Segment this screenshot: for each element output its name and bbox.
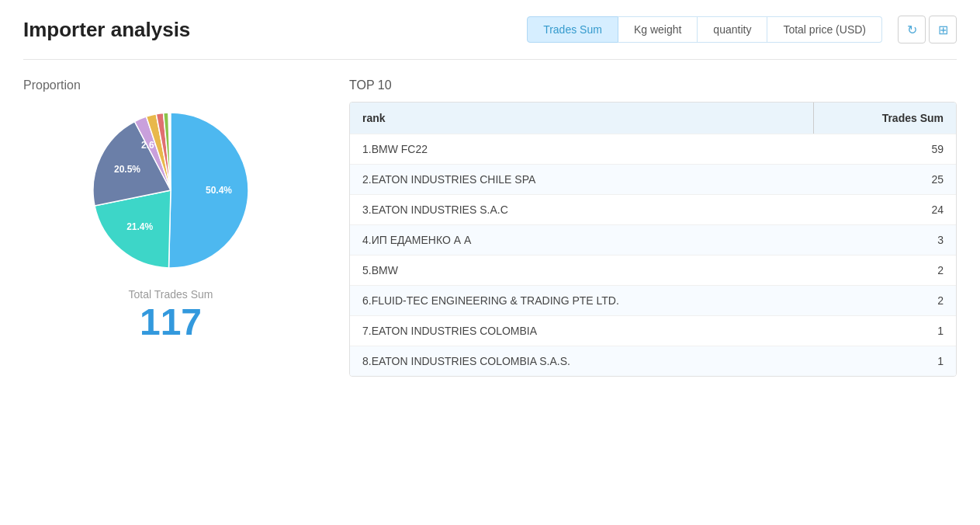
table-icon: ⊞ <box>938 23 948 37</box>
table-row: 8.EATON INDUSTRIES COLOMBIA S.A.S.1 <box>350 346 956 377</box>
proportion-label: Proportion <box>23 78 318 92</box>
value-cell: 3 <box>814 225 956 256</box>
table-view-button[interactable]: ⊞ <box>929 16 957 43</box>
pie-container: 50.4%21.4%20.5%2.6% Total Trades Sum 117 <box>23 105 318 343</box>
rank-cell: 1.BMW FC22 <box>350 134 813 165</box>
value-cell: 24 <box>814 195 956 225</box>
col-value: Trades Sum <box>814 103 956 134</box>
pie-total-label: Total Trades Sum <box>129 288 213 301</box>
top10-panel: TOP 10 rank Trades Sum 1.BMW FC22592.EAT… <box>349 78 957 377</box>
value-cell: 1 <box>814 346 956 377</box>
pie-total: Total Trades Sum 117 <box>129 288 213 343</box>
table-row: 3.EATON INDUSTRIES S.A.C24 <box>350 195 956 225</box>
proportion-panel: Proportion 50.4%21.4%20.5%2.6% Total Tra… <box>23 78 318 377</box>
value-cell: 1 <box>814 316 956 346</box>
pie-svg: 50.4%21.4%20.5%2.6% <box>85 105 256 276</box>
rank-cell: 8.EATON INDUSTRIES COLOMBIA S.A.S. <box>350 346 813 377</box>
pie-chart: 50.4%21.4%20.5%2.6% <box>85 105 256 276</box>
table-row: 7.EATON INDUSTRIES COLOMBIA1 <box>350 316 956 346</box>
tab-kg-weight[interactable]: Kg weight <box>618 16 698 43</box>
col-rank: rank <box>350 103 813 134</box>
refresh-button[interactable]: ↻ <box>898 16 926 43</box>
toolbar-icons: ↻ ⊞ <box>898 16 957 43</box>
value-cell: 59 <box>814 134 956 165</box>
tab-group: Trades Sum Kg weight quantity Total pric… <box>527 16 882 43</box>
rank-cell: 2.EATON INDUSTRIES CHILE SPA <box>350 165 813 195</box>
rank-cell: 4.ИП ЕДАМЕНКО А А <box>350 225 813 256</box>
tab-trades-sum[interactable]: Trades Sum <box>527 16 618 43</box>
svg-text:20.5%: 20.5% <box>114 164 140 175</box>
table-header-row: rank Trades Sum <box>350 103 956 134</box>
value-cell: 2 <box>814 286 956 316</box>
table-row: 4.ИП ЕДАМЕНКО А А3 <box>350 225 956 256</box>
tab-total-price[interactable]: Total price (USD) <box>767 16 882 43</box>
table-body: 1.BMW FC22592.EATON INDUSTRIES CHILE SPA… <box>350 134 956 377</box>
rank-cell: 6.FLUID-TEC ENGINEERING & TRADING PTE LT… <box>350 286 813 316</box>
main-content: Proportion 50.4%21.4%20.5%2.6% Total Tra… <box>23 78 957 377</box>
rank-cell: 5.BMW <box>350 256 813 286</box>
data-table: rank Trades Sum 1.BMW FC22592.EATON INDU… <box>350 103 956 376</box>
table-row: 1.BMW FC2259 <box>350 134 956 165</box>
table-wrapper: rank Trades Sum 1.BMW FC22592.EATON INDU… <box>349 102 957 377</box>
table-row: 6.FLUID-TEC ENGINEERING & TRADING PTE LT… <box>350 286 956 316</box>
value-cell: 2 <box>814 256 956 286</box>
header-divider <box>23 59 957 60</box>
tab-quantity[interactable]: quantity <box>698 16 767 43</box>
table-row: 2.EATON INDUSTRIES CHILE SPA25 <box>350 165 956 195</box>
pie-total-value: 117 <box>129 301 213 343</box>
top10-label: TOP 10 <box>349 78 957 92</box>
refresh-icon: ↻ <box>907 23 917 37</box>
page-header: Importer analysis Trades Sum Kg weight q… <box>23 16 957 43</box>
table-row: 5.BMW2 <box>350 256 956 286</box>
svg-text:50.4%: 50.4% <box>206 185 232 196</box>
value-cell: 25 <box>814 165 956 195</box>
rank-cell: 7.EATON INDUSTRIES COLOMBIA <box>350 316 813 346</box>
page-title: Importer analysis <box>23 18 190 42</box>
svg-text:21.4%: 21.4% <box>126 221 153 232</box>
rank-cell: 3.EATON INDUSTRIES S.A.C <box>350 195 813 225</box>
